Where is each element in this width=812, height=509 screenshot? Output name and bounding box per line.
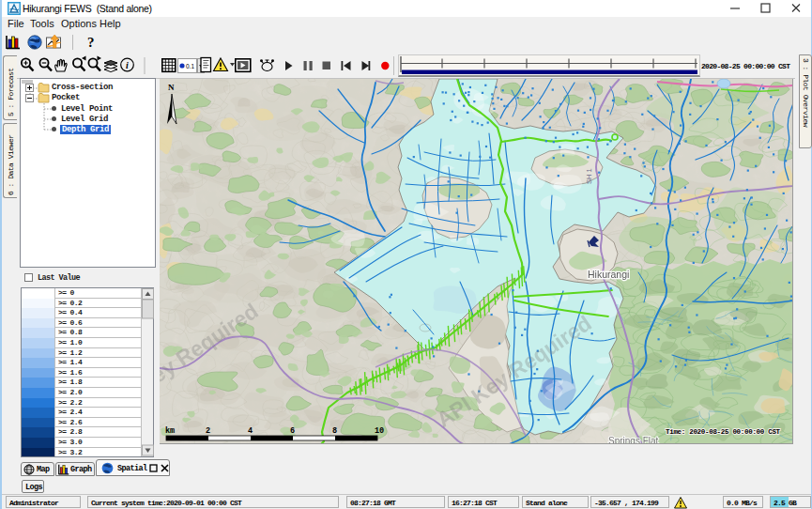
svg-text:8: 8 <box>332 426 337 436</box>
svg-text:6: 6 <box>290 426 295 436</box>
svg-text:?: ? <box>87 35 95 50</box>
svg-text:0.1: 0.1 <box>186 63 194 69</box>
svg-text:i: i <box>126 60 129 70</box>
svg-text:N: N <box>168 83 175 92</box>
svg-text:SH 1: SH 1 <box>585 168 593 184</box>
svg-text:4: 4 <box>248 426 253 436</box>
svg-text:10: 10 <box>375 426 384 436</box>
svg-text:Time: 2020-08-25 00:00:00 CST: Time: 2020-08-25 00:00:00 CST <box>666 428 781 436</box>
svg-text:km: km <box>165 426 175 436</box>
svg-text:2: 2 <box>206 426 210 436</box>
svg-text:Hikurangi: Hikurangi <box>588 269 629 280</box>
svg-text:Springs Flat: Springs Flat <box>608 436 659 444</box>
